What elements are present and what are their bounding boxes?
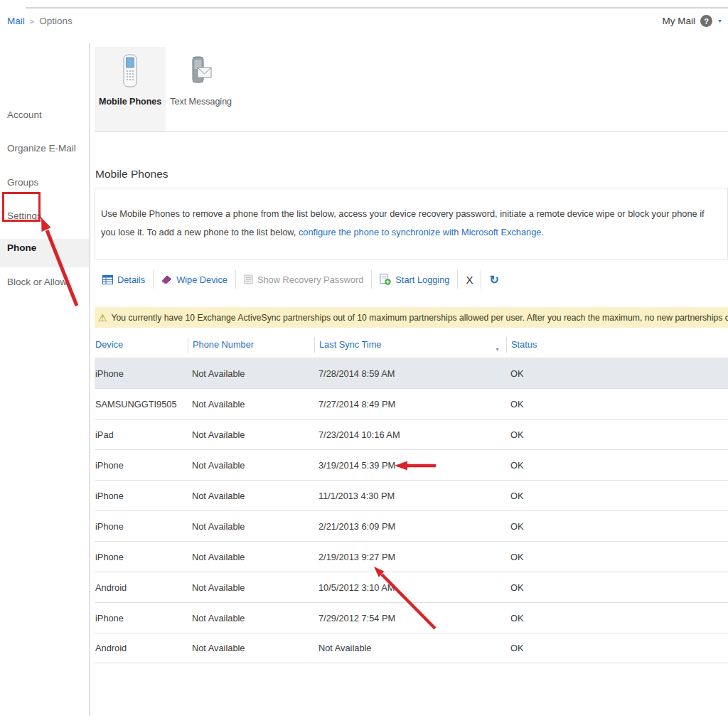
start-logging-button[interactable]: Start Logging [372, 266, 457, 293]
show-recovery-password-label: Show Recovery Password [257, 274, 363, 285]
column-header-status[interactable]: Status [506, 337, 728, 353]
last-sync-cell: 2/21/2013 6:09 PM [314, 521, 506, 532]
sort-descending-icon: ▼ [495, 342, 500, 358]
device-cell: SAMSUNGGTI9505 [95, 399, 188, 410]
start-logging-icon [380, 274, 391, 285]
table-row[interactable]: Android Not Available Not Available OK [95, 633, 728, 663]
column-header-phone-number[interactable]: Phone Number [188, 337, 314, 353]
phone-number-cell: Not Available [188, 521, 314, 532]
status-cell: OK [506, 552, 728, 562]
tab-mobile-phones-label: Mobile Phones [99, 97, 161, 107]
tab-text-messaging[interactable]: Text Messaging [166, 47, 236, 132]
table-row[interactable]: Android Not Available 10/5/2012 3:10 AM … [95, 572, 728, 602]
eraser-icon [161, 274, 172, 284]
phone-number-cell: Not Available [188, 429, 314, 440]
table-row[interactable]: iPhone Not Available 2/21/2013 6:09 PM O… [95, 510, 728, 541]
details-icon [102, 275, 113, 284]
status-cell: OK [506, 643, 728, 653]
last-sync-cell: 7/29/2012 7:54 PM [314, 613, 506, 623]
breadcrumb-options: Options [39, 16, 73, 26]
device-cell: iPhone [95, 552, 188, 562]
page-title: Mobile Phones [95, 168, 168, 181]
status-cell: OK [506, 460, 728, 471]
account-name-label: My Mail [663, 16, 696, 26]
breadcrumb-mail-link[interactable]: Mail [7, 16, 25, 26]
owa-options-page: Mail > Options My Mail ? ▼ Account Organ… [0, 0, 728, 728]
table-row[interactable]: iPhone Not Available 7/29/2012 7:54 PM O… [95, 602, 728, 633]
table-row[interactable]: SAMSUNGGTI9505 Not Available 7/27/2014 8… [95, 388, 728, 419]
chevron-down-icon[interactable]: ▼ [717, 18, 722, 23]
help-icon[interactable]: ? [700, 15, 712, 27]
toolbar: Details Wipe Device Show Rec [95, 266, 728, 293]
description-text: Use Mobile Phones to remove a phone from… [101, 205, 717, 242]
delete-button[interactable]: X [458, 266, 481, 293]
phone-number-cell: Not Available [188, 460, 314, 471]
last-sync-cell: 7/27/2014 8:49 PM [314, 399, 506, 410]
breadcrumb: Mail > Options [7, 16, 73, 26]
table-row[interactable]: iPhone Not Available 2/19/2013 9:27 PM O… [95, 541, 728, 572]
column-header-device[interactable]: Device [95, 337, 188, 353]
last-sync-cell: 7/28/2014 8:59 AM [314, 368, 506, 379]
status-cell: OK [506, 429, 728, 440]
table-row[interactable]: iPad Not Available 7/23/2014 10:16 AM OK [95, 419, 728, 449]
device-cell: iPhone [95, 491, 188, 501]
sidebar-item-organize-email[interactable]: Organize E-Mail [0, 139, 89, 157]
recovery-password-icon [244, 274, 253, 284]
table-row[interactable]: iPhone Not Available 11/1/2013 4:30 PM O… [95, 480, 728, 510]
status-cell: OK [506, 582, 728, 593]
phone-number-cell: Not Available [188, 491, 314, 501]
last-sync-cell: 10/5/2012 3:10 AM [314, 582, 506, 593]
device-cell: iPhone [95, 613, 188, 623]
delete-icon: X [466, 274, 473, 286]
tab-mobile-phones[interactable]: Mobile Phones [95, 47, 166, 132]
wipe-device-button[interactable]: Wipe Device [154, 266, 235, 293]
tab-text-messaging-label: Text Messaging [170, 97, 232, 107]
status-cell: OK [506, 491, 728, 501]
warning-icon: ⚠ [98, 313, 107, 323]
table-row[interactable]: iPhone Not Available 7/28/2014 8:59 AM O… [95, 358, 728, 388]
last-sync-cell: Not Available [314, 643, 506, 653]
sidebar-item-phone[interactable]: Phone [0, 239, 89, 267]
device-cell: iPhone [95, 460, 188, 471]
device-cell: Android [95, 643, 188, 653]
details-button[interactable]: Details [95, 266, 153, 293]
start-logging-label: Start Logging [395, 274, 449, 285]
phone-number-cell: Not Available [188, 368, 314, 379]
mobile-phone-icon [122, 54, 139, 88]
details-label: Details [117, 274, 145, 285]
sidebar: Account Organize E-Mail Groups Settings … [0, 43, 89, 718]
devices-table: Device Phone Number Last Sync Time ▼ Sta… [95, 331, 728, 663]
warning-text: You currently have 10 Exchange ActiveSyn… [112, 313, 728, 323]
sidebar-item-block-or-allow[interactable]: Block or Allow [0, 273, 89, 291]
last-sync-cell: 11/1/2013 4:30 PM [314, 491, 506, 501]
top-border-line [26, 7, 728, 9]
sidebar-item-settings[interactable]: Settings [0, 207, 89, 225]
description-panel: Use Mobile Phones to remove a phone from… [95, 188, 728, 259]
status-cell: OK [506, 368, 728, 379]
column-header-last-sync-time-label: Last Sync Time [319, 339, 381, 350]
phone-number-cell: Not Available [188, 643, 314, 653]
phone-number-cell: Not Available [188, 552, 314, 562]
phone-number-cell: Not Available [188, 399, 314, 410]
sidebar-content-divider [89, 43, 90, 717]
phone-number-cell: Not Available [188, 582, 314, 593]
sidebar-item-account[interactable]: Account [0, 106, 89, 124]
show-recovery-password-button[interactable]: Show Recovery Password [236, 266, 371, 293]
device-cell: Android [95, 582, 188, 593]
configure-phone-link[interactable]: configure the phone to synchronize with … [299, 227, 544, 237]
phone-number-cell: Not Available [188, 613, 314, 623]
status-cell: OK [506, 613, 728, 623]
text-messaging-icon [190, 54, 213, 88]
breadcrumb-separator: > [30, 17, 34, 26]
phone-tabs: Mobile Phones Text Messaging [95, 47, 236, 132]
table-row[interactable]: iPhone Not Available 3/19/2014 5:39 PM O… [95, 449, 728, 480]
wipe-device-label: Wipe Device [176, 274, 228, 285]
last-sync-cell: 7/23/2014 10:16 AM [314, 429, 506, 440]
sidebar-item-groups[interactable]: Groups [0, 173, 89, 191]
tabs-underline [95, 132, 728, 132]
refresh-button[interactable]: ↻ [481, 266, 506, 293]
last-sync-cell: 2/19/2013 9:27 PM [314, 552, 506, 562]
partnership-warning-banner: ⚠ You currently have 10 Exchange ActiveS… [95, 307, 728, 328]
column-header-last-sync-time[interactable]: Last Sync Time ▼ [314, 337, 506, 353]
device-cell: iPad [95, 429, 188, 440]
